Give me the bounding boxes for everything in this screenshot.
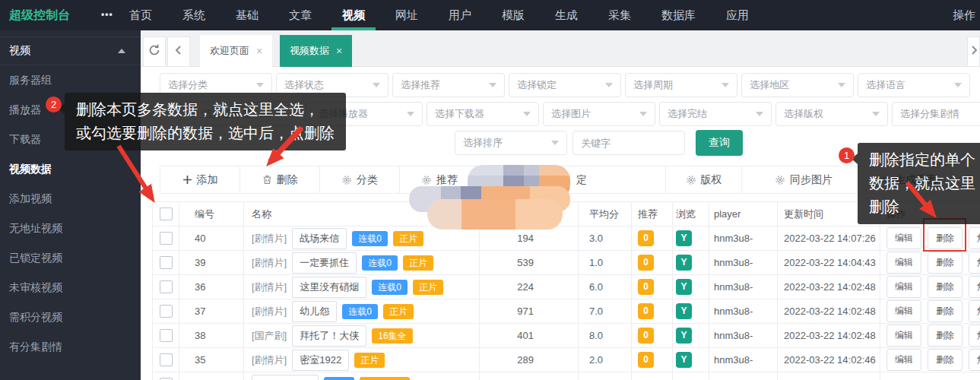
tabs-scroll-right-button[interactable] (967, 36, 980, 67)
sidebar-item[interactable]: 服务器组 (0, 65, 141, 95)
nav-item[interactable]: 系统 (182, 0, 205, 30)
search-button[interactable]: 查询 (696, 130, 743, 156)
sidebar-item[interactable]: 添加视频 (0, 184, 141, 214)
action-extra-button[interactable]: 角 (969, 300, 980, 322)
table-cell (153, 226, 179, 251)
action-delete-button[interactable]: 删除 (928, 276, 963, 298)
nav-item[interactable]: 生成 (555, 0, 578, 30)
more-menu-icon[interactable]: ••• (101, 0, 113, 30)
sidebar-item[interactable]: 已锁定视频 (0, 243, 141, 273)
filter-select[interactable]: 选择图片 (543, 102, 655, 126)
table-cell (480, 372, 579, 380)
refresh-button[interactable] (143, 36, 166, 67)
recommend-badge: 0 (638, 352, 654, 368)
sidebar-item[interactable]: 有分集剧情 (0, 332, 141, 362)
filter-select[interactable]: 选择周期 (625, 73, 737, 97)
table-cell: 编辑删除角 (880, 251, 980, 275)
keyword-input[interactable] (572, 131, 685, 155)
nav-item[interactable]: 应用 (726, 0, 749, 30)
filter-select[interactable]: 选择语言 (858, 73, 970, 97)
action-delete-button[interactable]: 删除 (928, 349, 963, 371)
filter-select[interactable]: 选择地区 (741, 73, 854, 97)
filter-select[interactable]: 选择版权 (775, 102, 888, 126)
row-checkbox[interactable] (160, 329, 173, 342)
nav-item[interactable]: 文章 (289, 0, 312, 30)
table-cell: [国产剧]拜托了！大侠16集全 (244, 324, 480, 348)
status-badge: 连载0 (362, 255, 398, 271)
table-cell (153, 324, 179, 348)
row-checkbox[interactable] (160, 232, 173, 245)
action-extra-button[interactable]: 角 (969, 252, 980, 274)
sidebar-group-label: 视频 (9, 44, 30, 58)
row-checkbox[interactable] (160, 280, 173, 293)
action-edit-button[interactable]: 编辑 (886, 325, 921, 347)
nav-item[interactable]: 首页 (129, 0, 152, 30)
name-box: 拜托了！大侠 (292, 325, 366, 347)
add-button[interactable]: 添加 (160, 166, 240, 193)
action-delete-button[interactable]: 删除 (928, 252, 963, 274)
recommend-badge: 0 (638, 230, 654, 246)
chevron-down-icon (639, 112, 647, 116)
row-checkbox[interactable] (160, 256, 173, 269)
nav-item-operations[interactable]: 操作 (953, 0, 975, 30)
category-button[interactable]: 分类 (320, 166, 400, 193)
delete-button[interactable]: 删除 (240, 166, 320, 193)
tab[interactable]: 欢迎页面× (200, 35, 272, 67)
tab-close-icon[interactable]: × (256, 45, 262, 57)
copyright-button[interactable]: 版权 (666, 166, 742, 193)
action-extra-button[interactable]: 角 (969, 325, 980, 347)
nav-item[interactable]: 数据库 (661, 0, 696, 30)
annotation-step-badge-2: 2 (46, 97, 62, 112)
table-header-cell: player (709, 202, 778, 226)
sync-images-button[interactable]: 同步图片 (742, 166, 866, 193)
table-row: 36[剧情片]这里没有硝烟连载0正片2246.00Yhnm3u8-2022-03… (153, 275, 980, 299)
action-extra-button[interactable]: 角 (969, 276, 980, 298)
sidebar-item[interactable]: 无地址视频 (0, 214, 141, 243)
nav-item[interactable]: 基础 (236, 0, 258, 30)
table-cell (153, 372, 179, 380)
plus-icon (182, 175, 192, 185)
action-delete-button[interactable]: 删除 (928, 325, 963, 347)
table-cell (778, 372, 880, 380)
tabs-scroll-left-button[interactable] (167, 36, 190, 67)
table-cell: 224 (480, 275, 579, 299)
nav-item[interactable]: 视频 (342, 0, 365, 30)
tooltip-line: 删除 (869, 195, 979, 219)
table-cell (880, 372, 980, 380)
refresh-icon (147, 43, 161, 60)
action-delete-button[interactable]: 删除 (928, 300, 963, 322)
action-extra-button[interactable]: 角 (969, 349, 980, 371)
category-label: [剧情片] (252, 256, 287, 270)
action-edit-button[interactable]: 编辑 (886, 276, 921, 298)
action-edit-button[interactable]: 编辑 (886, 252, 921, 274)
sidebar-item[interactable]: 需积分视频 (0, 302, 141, 332)
nav-item[interactable]: 模版 (502, 0, 525, 30)
row-checkbox[interactable] (160, 305, 173, 318)
sort-select[interactable]: 选择排序 (455, 131, 567, 155)
filter-select[interactable]: 选择下载器 (427, 102, 539, 126)
action-edit-button[interactable]: 编辑 (886, 349, 921, 371)
table-header-cell: 编号 (179, 202, 244, 226)
nav-item[interactable]: 采集 (608, 0, 631, 30)
filter-select[interactable]: 选择推荐 (392, 73, 505, 97)
name-cell (252, 375, 479, 380)
tab-close-icon[interactable]: × (336, 45, 342, 57)
nav-item[interactable]: 用户 (449, 0, 471, 30)
select-all-checkbox[interactable] (160, 207, 173, 220)
row-checkbox[interactable] (160, 353, 173, 366)
tab-label: 欢迎页面 (210, 44, 249, 58)
sidebar-group-video[interactable]: 视频 (0, 36, 141, 65)
sidebar-item[interactable]: 未审核视频 (0, 273, 141, 302)
filter-select-placeholder: 选择语言 (866, 78, 905, 92)
sidebar-item[interactable]: 视频数据 (0, 154, 141, 184)
table-cell: 539 (480, 251, 579, 275)
tab[interactable]: 视频数据× (280, 35, 352, 67)
filter-select[interactable]: 选择锁定 (509, 73, 621, 97)
action-edit-button[interactable]: 编辑 (886, 300, 921, 322)
filter-select[interactable]: 选择分集剧情 (892, 102, 980, 126)
filter-select[interactable]: 选择完结 (659, 102, 772, 126)
action-edit-button[interactable]: 编辑 (886, 227, 921, 249)
nav-item[interactable]: 网址 (395, 0, 418, 30)
table-cell: Y (673, 226, 709, 251)
action-extra-button[interactable]: 角 (969, 227, 980, 249)
